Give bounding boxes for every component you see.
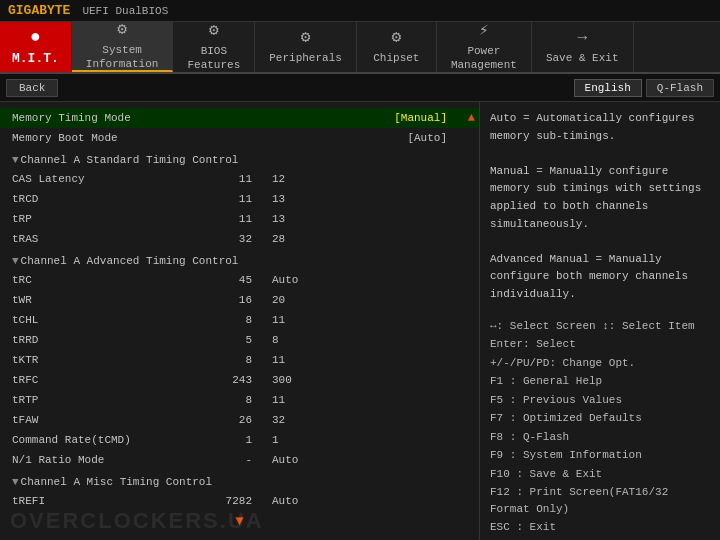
nav-save-label: Save & Exit (546, 51, 619, 65)
tras-val1: 32 (212, 233, 272, 245)
nav-peripherals[interactable]: ⚙ Peripherals (255, 22, 357, 72)
tktr-label: tKTR (12, 354, 212, 366)
trefi-label: tREFI (12, 495, 212, 507)
mit-icon: ● (30, 26, 41, 49)
nav-system-information[interactable]: ⚙ SystemInformation (72, 22, 174, 72)
keybind-f5: F5 : Previous Values (490, 392, 710, 409)
keybind-f12: F12 : Print Screen(FAT16/32 Format Only) (490, 484, 710, 517)
nav-mit[interactable]: ● M.I.T. (0, 22, 72, 72)
setting-row-tktr[interactable]: tKTR 8 11 (0, 350, 479, 370)
trfc-label: tRFC (12, 374, 212, 386)
setting-row-trrd[interactable]: tRRD 5 8 (0, 330, 479, 350)
setting-row-tras[interactable]: tRAS 32 28 (0, 229, 479, 249)
tchl-label: tCHL (12, 314, 212, 326)
bios-features-icon: ⚙ (209, 21, 219, 42)
tchl-val1: 8 (212, 314, 272, 326)
setting-row-command-rate[interactable]: Command Rate(tCMD) 1 1 (0, 430, 479, 450)
twr-val2: 20 (272, 294, 332, 306)
nav-peripherals-label: Peripherals (269, 51, 342, 65)
setting-row-trcd[interactable]: tRCD 11 13 (0, 189, 479, 209)
section-channel-a-advanced: Channel A Advanced Timing Control (0, 249, 479, 270)
navbar: ● M.I.T. ⚙ SystemInformation ⚙ BIOSFeatu… (0, 22, 720, 74)
section-channel-a-standard: Channel A Standard Timing Control (0, 148, 479, 169)
trtp-label: tRTP (12, 394, 212, 406)
memory-boot-mode-label: Memory Boot Mode (12, 132, 212, 144)
n1-ratio-val2: Auto (272, 454, 332, 466)
setting-row-memory-boot-mode[interactable]: Memory Boot Mode [Auto] (0, 128, 479, 148)
nav-power-label: PowerManagement (451, 44, 517, 73)
memory-timing-mode-label: Memory Timing Mode (12, 112, 212, 124)
trefi-val1: 7282 (212, 495, 272, 507)
nav-bios-label: BIOSFeatures (187, 44, 240, 73)
trp-val1: 11 (212, 213, 272, 225)
help-description: Auto = Automatically configures memory s… (490, 110, 710, 304)
nav-bios-features[interactable]: ⚙ BIOSFeatures (173, 22, 255, 72)
setting-row-n1-ratio[interactable]: N/1 Ratio Mode - Auto (0, 450, 479, 470)
setting-row-tchl[interactable]: tCHL 8 11 (0, 310, 479, 330)
trrd-val1: 5 (212, 334, 272, 346)
tras-label: tRAS (12, 233, 212, 245)
memory-timing-mode-value: [Manual] (394, 112, 447, 124)
keybind-change-opt: +/-/PU/PD: Change Opt. (490, 355, 710, 372)
memory-boot-mode-value: [Auto] (407, 132, 447, 144)
brand-logo: GIGABYTE (8, 3, 70, 18)
tktr-val1: 8 (212, 354, 272, 366)
chipset-icon: ⚙ (392, 28, 402, 49)
trcd-val2: 13 (272, 193, 332, 205)
setting-row-trc[interactable]: tRC 45 Auto (0, 270, 479, 290)
down-scroll-arrow: ▼ (0, 511, 479, 531)
keybind-select-screen: ↔: Select Screen ↕: Select Item (490, 318, 710, 335)
settings-panel: Memory Timing Mode [Manual] ▲ Memory Boo… (0, 102, 480, 540)
tchl-val2: 11 (272, 314, 332, 326)
setting-row-trp[interactable]: tRP 11 13 (0, 209, 479, 229)
command-rate-val1: 1 (212, 434, 272, 446)
toolbar: Back English Q-Flash (0, 74, 720, 102)
cas-latency-label: CAS Latency (12, 173, 212, 185)
back-button[interactable]: Back (6, 79, 58, 97)
trefi-val2: Auto (272, 495, 332, 507)
setting-row-tfaw[interactable]: tFAW 26 32 (0, 410, 479, 430)
setting-row-trtp[interactable]: tRTP 8 11 (0, 390, 479, 410)
trfc-val1: 243 (212, 374, 272, 386)
language-button[interactable]: English (574, 79, 642, 97)
main-content: Memory Timing Mode [Manual] ▲ Memory Boo… (0, 102, 720, 540)
command-rate-val2: 1 (272, 434, 332, 446)
tfaw-val1: 26 (212, 414, 272, 426)
keybind-f10: F10 : Save & Exit (490, 466, 710, 483)
tras-val2: 28 (272, 233, 332, 245)
keybind-f7: F7 : Optimized Defaults (490, 410, 710, 427)
save-exit-icon: → (577, 28, 587, 49)
qflash-button[interactable]: Q-Flash (646, 79, 714, 97)
trp-label: tRP (12, 213, 212, 225)
twr-label: tWR (12, 294, 212, 306)
tfaw-val2: 32 (272, 414, 332, 426)
peripherals-icon: ⚙ (301, 28, 311, 49)
nav-chipset[interactable]: ⚙ Chipset (357, 22, 437, 72)
trtp-val2: 11 (272, 394, 332, 406)
trcd-label: tRCD (12, 193, 212, 205)
cas-latency-val2: 12 (272, 173, 332, 185)
tfaw-label: tFAW (12, 414, 212, 426)
setting-row-trefi[interactable]: tREFI 7282 Auto (0, 491, 479, 511)
setting-row-cas-latency[interactable]: CAS Latency 11 12 (0, 169, 479, 189)
section-channel-a-misc: Channel A Misc Timing Control (0, 470, 479, 491)
help-panel: Auto = Automatically configures memory s… (480, 102, 720, 540)
system-info-icon: ⚙ (117, 20, 127, 41)
nav-chipset-label: Chipset (373, 51, 419, 65)
tktr-val2: 11 (272, 354, 332, 366)
twr-val1: 16 (212, 294, 272, 306)
dualbios-label: UEFI DualBIOS (82, 5, 168, 17)
trfc-val2: 300 (272, 374, 332, 386)
n1-ratio-val1: - (212, 454, 272, 466)
setting-row-memory-timing-mode[interactable]: Memory Timing Mode [Manual] ▲ (0, 108, 479, 128)
nav-save-exit[interactable]: → Save & Exit (532, 22, 634, 72)
n1-ratio-label: N/1 Ratio Mode (12, 454, 212, 466)
setting-row-trfc[interactable]: tRFC 243 300 (0, 370, 479, 390)
keybind-f1: F1 : General Help (490, 373, 710, 390)
nav-system-label: SystemInformation (86, 43, 159, 72)
trrd-label: tRRD (12, 334, 212, 346)
power-icon: ⚡ (479, 21, 489, 42)
nav-power-management[interactable]: ⚡ PowerManagement (437, 22, 532, 72)
trrd-val2: 8 (272, 334, 332, 346)
setting-row-twr[interactable]: tWR 16 20 (0, 290, 479, 310)
